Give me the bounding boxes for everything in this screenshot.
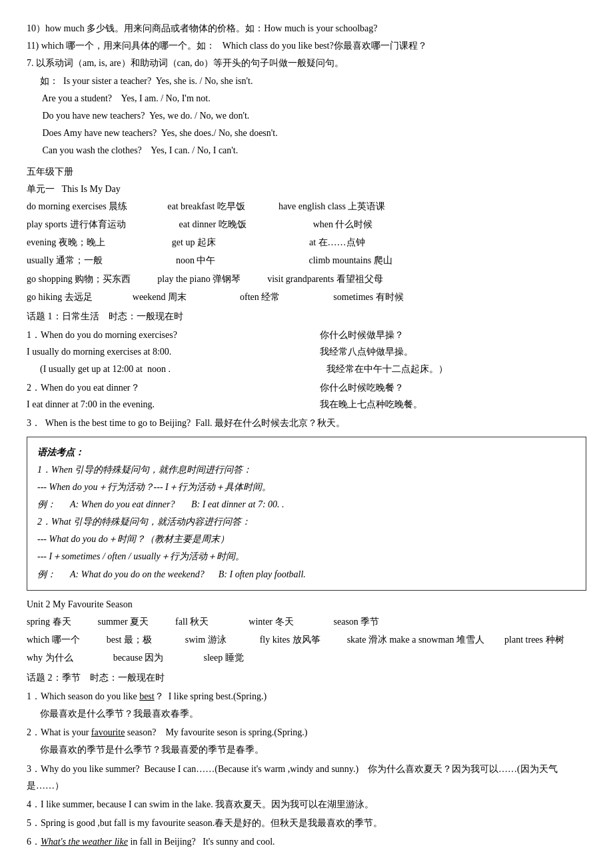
vocab2-row-2: which 哪一个 best 最；极 swim 游泳 fly kites 放风筝… bbox=[27, 631, 586, 648]
vocab-row-3: evening 夜晚；晚上 get up 起床 at 在……点钟 bbox=[27, 234, 586, 251]
grammar-line-6: --- I＋sometimes / often / usually＋行为活动＋时… bbox=[37, 548, 576, 565]
line-7: 7. 以系动词（am, is, are）和助动词（can, do）等开头的句子叫… bbox=[27, 55, 586, 71]
qa2-block: 2．When do you eat dinner？ 你什么时候吃晚餐？ I ea… bbox=[27, 379, 586, 413]
line-example2: Are you a student? Yes, I am. / No, I'm … bbox=[27, 90, 586, 107]
line-10: 10）how much 多少钱。用来问商品或者物体的价格。如：How much … bbox=[27, 20, 586, 37]
grammar-line-5: --- What do you do＋时间？（教材主要是周末） bbox=[37, 531, 576, 547]
grade-title: 五年级下册 bbox=[27, 163, 586, 180]
grammar-line-3: 例： A: When do you eat dinner? B: I eat d… bbox=[37, 496, 576, 513]
line-example1: 如： Is your sister a teacher? Yes, she is… bbox=[27, 73, 586, 89]
u2-qa2: 2．What is your favourite season? My favo… bbox=[27, 724, 586, 758]
qa3-block: 3． When is the best time to go to Beijin… bbox=[27, 415, 586, 431]
line-example4: Does Amy have new teachers? Yes, she doe… bbox=[27, 125, 586, 141]
u2-qa3: 3．Why do you like summer? Because I can…… bbox=[27, 761, 586, 794]
u2-qa1: 1．Which season do you like best？ I like … bbox=[27, 688, 586, 722]
qa1: 1．When do you do morning exercises? 你什么时… bbox=[27, 327, 586, 377]
grammar-line-1: 1．When 引导的特殊疑问句，就作息时间进行问答： bbox=[37, 461, 576, 478]
page-content: 10）how much 多少钱。用来问商品或者物体的价格。如：How much … bbox=[27, 20, 586, 850]
grammar-title: 语法考点： bbox=[37, 444, 576, 461]
vocab-row-6: go hiking 去远足 weekend 周末 often 经常 someti… bbox=[27, 289, 586, 305]
grammar-line-2: --- When do you＋行为活动？--- I＋行为活动＋具体时间。 bbox=[37, 479, 576, 495]
vocab2-row-3: why 为什么 because 因为 sleep 睡觉 bbox=[27, 649, 586, 666]
topic1-header: 话题 1：日常生活 时态：一般现在时 bbox=[27, 308, 586, 325]
grammar-line-7: 例： A: What do you do on the weekend? B: … bbox=[37, 566, 576, 583]
vocab-row-4: usually 通常；一般 noon 中午 climb mountains 爬山 bbox=[27, 252, 586, 269]
u2-qa6: 6．What's the weather like in fall in Bei… bbox=[27, 833, 586, 850]
line-example3: Do you have new teachers? Yes, we do. / … bbox=[27, 107, 586, 124]
line-example5: Can you wash the clothes? Yes, I can. / … bbox=[27, 142, 586, 159]
u2-qa4: 4．I like summer, because I can swim in t… bbox=[27, 796, 586, 813]
unit1-title: 单元一 This Is My Day bbox=[27, 181, 586, 197]
vocab-row-5: go shopping 购物；买东西 play the piano 弹钢琴 vi… bbox=[27, 271, 586, 287]
vocab-row-2: play sports 进行体育运动 eat dinner 吃晚饭 when 什… bbox=[27, 216, 586, 233]
unit2-title: Unit 2 My Favourite Season bbox=[27, 596, 586, 613]
vocab2-row-1: spring 春天 summer 夏天 fall 秋天 winter 冬天 se… bbox=[27, 613, 586, 630]
line-11: 11) which 哪一个，用来问具体的哪一个。如： Which class d… bbox=[27, 37, 586, 54]
vocab-row-1: do morning exercises 晨练 eat breakfast 吃早… bbox=[27, 198, 586, 215]
grammar-box: 语法考点： 1．When 引导的特殊疑问句，就作息时间进行问答： --- Whe… bbox=[27, 437, 586, 591]
grammar-line-4: 2．What 引导的特殊疑问句，就活动内容进行问答： bbox=[37, 513, 576, 530]
u2-qa5: 5．Spring is good ,but fall is my favouri… bbox=[27, 815, 586, 831]
topic2-header: 话题 2：季节 时态：一般现在时 bbox=[27, 669, 586, 686]
